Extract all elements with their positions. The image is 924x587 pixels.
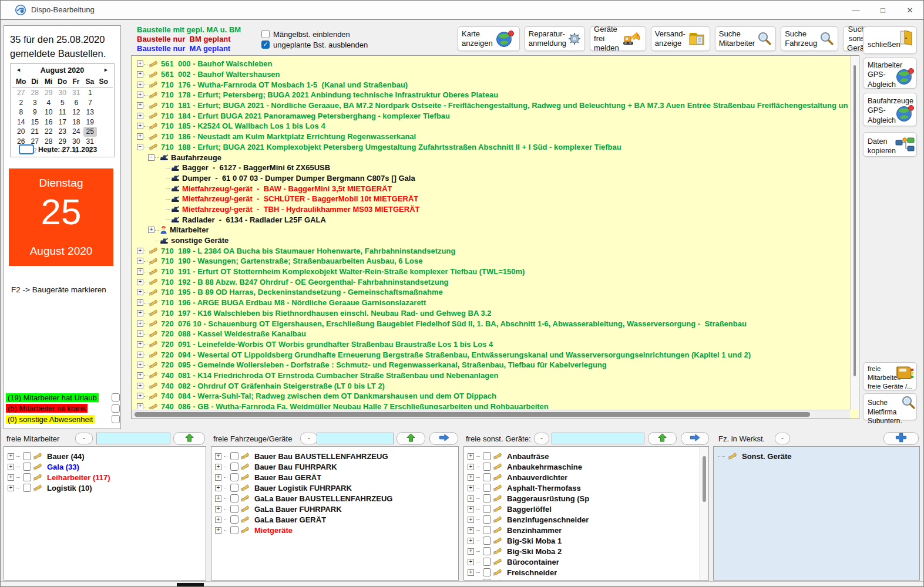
calendar-day[interactable]: 24 — [69, 127, 83, 137]
filter-checkbox-row[interactable]: Mängelbst. einblenden — [261, 29, 368, 39]
tree-expander[interactable]: + — [137, 268, 143, 275]
tree-expander[interactable]: + — [137, 123, 143, 129]
tree-expander[interactable]: + — [137, 383, 143, 389]
absence-checkbox[interactable] — [112, 404, 120, 413]
tree-expander[interactable]: + — [137, 60, 143, 67]
calendar-day[interactable]: 8 — [14, 107, 28, 117]
freie-mitarbeiter-search-input[interactable] — [96, 433, 170, 444]
site-tree-row[interactable]: + 740 086 - GB - Wutha-Farnroda Fa. Weid… — [135, 402, 848, 409]
freie-fahrzeuge-search-input[interactable] — [317, 433, 394, 444]
calendar-day[interactable]: 11 — [56, 107, 70, 117]
schliessen-button[interactable]: schließen — [863, 26, 917, 54]
tree-expander[interactable]: + — [468, 538, 474, 544]
tree-expander[interactable]: + — [137, 279, 143, 285]
tree-expander[interactable]: + — [137, 362, 143, 368]
tree-expander[interactable]: + — [468, 580, 474, 581]
site-tree-row[interactable]: + 710 186 - Neustadt am Kulm Marktplatz … — [135, 131, 848, 142]
tree-expander[interactable]: + — [137, 248, 143, 254]
site-tree-row[interactable]: + 710 178 - Erfurt; Petersberg; BUGA 202… — [135, 90, 848, 100]
filter-checkbox[interactable] — [261, 41, 270, 49]
row-checkbox[interactable] — [23, 473, 31, 481]
tree-vertical-scrollbar-thumb[interactable] — [854, 65, 856, 376]
tree-expander[interactable]: + — [137, 321, 143, 327]
toolbar-button[interactable]: Suche Fahrzeug — [781, 26, 838, 51]
calendar-day[interactable]: 17 — [56, 117, 70, 127]
tree-expander[interactable]: + — [137, 403, 143, 409]
baufahrzeuge-gps-button[interactable]: Baufahrzeuge GPS- Abgleich — [863, 93, 917, 126]
bottom-tree-row[interactable]: + Benzinhammer — [464, 525, 708, 535]
bottom-tree-row[interactable]: + Anbaufräse — [464, 451, 708, 461]
toolbar-button[interactable]: Reparatur-anmeldung — [525, 26, 585, 51]
freie-mitarbeiter-minus-button[interactable]: - — [75, 433, 93, 444]
tree-expander[interactable]: + — [468, 569, 474, 576]
site-tree-row[interactable]: Radlader - 6134 - Radlader L25F GALA — [135, 214, 848, 225]
calendar-day[interactable]: 2 — [14, 98, 28, 108]
calendar-day[interactable]: 23 — [56, 127, 70, 137]
calendar-day[interactable]: 27 — [14, 88, 28, 98]
row-checkbox[interactable] — [230, 515, 238, 524]
site-tree-row[interactable]: + 710 195 - B 89 OD Harras, Deckeninstan… — [135, 287, 848, 298]
row-checkbox[interactable] — [23, 484, 31, 492]
tree-expander[interactable]: + — [468, 495, 474, 502]
site-tree-row[interactable]: sonstige Geräte — [135, 235, 848, 246]
calendar-day[interactable]: 22 — [42, 127, 56, 137]
row-checkbox[interactable] — [483, 473, 491, 481]
tree-expander[interactable]: + — [468, 527, 474, 534]
bottom-tree-row[interactable]: + Gala (33) — [4, 461, 206, 472]
site-tree-row[interactable]: + 740 082 - Ohrdruf OT Gräfenhain Steige… — [135, 380, 848, 391]
calendar-day[interactable]: 1 — [83, 88, 98, 98]
site-tree-row[interactable]: + 710 189 - L 2384 OA Bucha bis Staumaue… — [135, 245, 848, 256]
site-tree-row[interactable]: + 720 094 - Wesertal OT Lippoldsberg Gru… — [135, 349, 848, 360]
site-tree-row[interactable]: + 720 088 - Kassel Weidestraße Kanalbau — [135, 329, 848, 339]
tree-expander[interactable]: + — [468, 517, 474, 523]
tree-expander[interactable]: + — [137, 330, 143, 337]
row-checkbox[interactable] — [230, 505, 238, 513]
calendar-day[interactable]: 31 — [69, 88, 83, 98]
maximize-button[interactable]: □ — [869, 1, 896, 19]
tree-expander[interactable]: + — [468, 506, 474, 512]
tree-horizontal-scrollbar-thumb[interactable] — [135, 412, 810, 417]
bottom-tree-row[interactable]: + Logistik (10) — [4, 483, 206, 493]
site-tree-row[interactable]: Mietfahrzeug/-gerät - SCHLÜTER - BaggerM… — [135, 194, 848, 204]
tree-expander[interactable]: + — [8, 474, 14, 481]
row-checkbox[interactable] — [483, 494, 491, 502]
tree-expander[interactable]: + — [137, 71, 143, 77]
calendar-day[interactable]: 4 — [42, 98, 56, 108]
site-tree-row[interactable]: + 720 091 - Leinefelde-Worbis OT Worbis … — [135, 339, 848, 350]
bottom-tree-row[interactable]: + Benzinfugenschneider — [464, 514, 708, 525]
tree-expander[interactable]: + — [137, 92, 143, 98]
freie-fahrzeuge-assign-button[interactable] — [429, 432, 458, 445]
site-tree-row[interactable]: + 710 181 - Erfurt; BUGA 2021 - Nördlich… — [135, 100, 848, 111]
tree-expander[interactable]: + — [8, 453, 14, 460]
site-tree-row[interactable]: Bagger - 6127 - BaggerMini 6t ZX65USB — [135, 163, 848, 173]
tree-expander[interactable]: − — [137, 144, 143, 150]
calendar-day[interactable]: 20 — [14, 127, 28, 137]
site-tree-row[interactable]: + 710 197 - K16 Walschleben bis Riethnor… — [135, 308, 848, 319]
tree-expander[interactable]: + — [468, 453, 474, 460]
row-checkbox[interactable] — [230, 526, 238, 534]
site-tree-row[interactable]: + Mitarbeiter — [135, 225, 848, 235]
site-tree-row[interactable]: + 710 196 - ARGE BUGA Erdbau M8 - Nördli… — [135, 298, 848, 308]
row-checkbox[interactable] — [230, 452, 238, 460]
absence-checkbox[interactable] — [112, 393, 120, 402]
row-checkbox[interactable] — [230, 473, 238, 481]
tree-expander[interactable]: + — [137, 133, 143, 140]
row-checkbox[interactable] — [23, 463, 31, 471]
toolbar-button[interactable]: Geräte frei melden — [590, 26, 646, 51]
row-checkbox[interactable] — [483, 526, 491, 534]
site-tree-row[interactable]: Mietfahrzeug/-gerät - BAW - BaggerMini 3… — [135, 183, 848, 194]
calendar-day[interactable]: 16 — [42, 117, 56, 127]
site-tree-row[interactable]: + 710 176 - Wutha-Farnroda OT Mosbach 1-… — [135, 79, 848, 90]
tree-expander[interactable]: + — [215, 453, 221, 460]
calendar-day[interactable]: 18 — [69, 117, 83, 127]
minimize-button[interactable]: — — [842, 1, 869, 19]
sonstige-scrollbar-thumb[interactable] — [703, 456, 706, 502]
site-tree-row[interactable]: + 710 190 - Wasungen; Gartenstraße; Stra… — [135, 256, 848, 266]
site-tree-row[interactable]: + 710 185 - K2524 OL Wallbach Los 1 bis … — [135, 121, 848, 131]
bottom-tree-row[interactable]: + Leiharbeiter (117) — [4, 472, 206, 483]
site-tree-row[interactable]: + 710 184 - Erfurt BUGA 2021 Panoramaweg… — [135, 110, 848, 121]
bottom-tree-row[interactable]: + Freischneider — [464, 567, 708, 578]
tree-expander[interactable]: + — [137, 310, 143, 316]
calendar-day[interactable]: 12 — [69, 107, 83, 117]
tree-expander[interactable]: + — [468, 559, 474, 565]
